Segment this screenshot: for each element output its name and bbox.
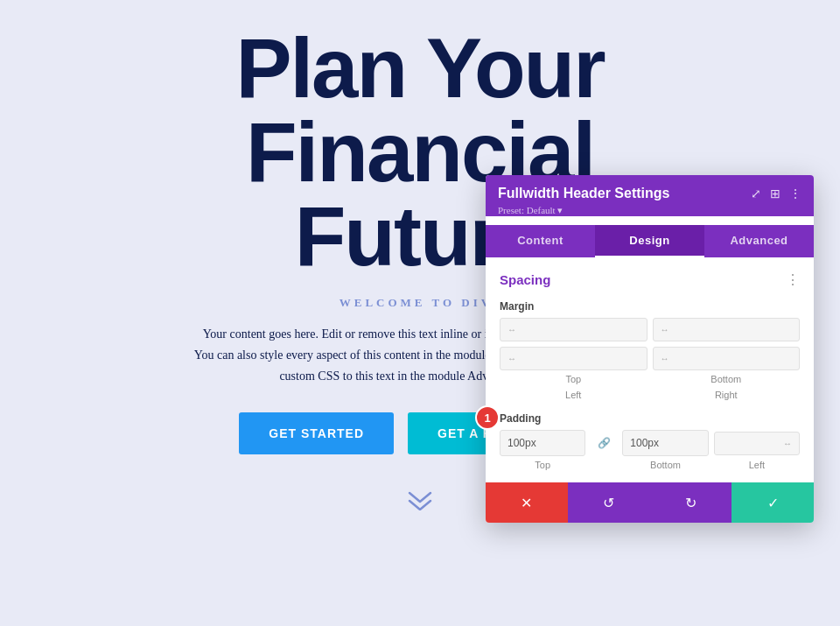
padding-bottom-label: Bottom [622,460,708,470]
margin-bottom-label: Bottom [653,374,801,384]
undo-button[interactable]: ↺ [568,482,650,523]
panel-header-icons: ⤢ ⊞ ⋮ [751,186,802,201]
margin-right-input[interactable]: ↔ [653,347,801,370]
cancel-button[interactable]: ✕ [486,482,568,523]
panel-tabs: Content Design Advanced [486,225,814,257]
panel-title: Fullwidth Header Settings [498,186,669,201]
panel-header: Fullwidth Header Settings ⤢ ⊞ ⋮ Preset: … [486,175,814,216]
margin-fields: ↔ ↔ ↔ ↔ [500,318,800,370]
get-started-button[interactable]: Get Started [239,412,394,454]
section-title: Spacing [500,272,550,287]
padding-left-input[interactable]: ↔ [714,432,800,455]
padding-top-input[interactable]: 100px [500,430,585,456]
padding-bottom-input[interactable]: 100px [622,430,708,456]
padding-field-labels: Top Bottom Left [500,460,800,470]
margin-left-label: Left [500,390,648,400]
margin-right-label: Right [653,390,801,400]
link-icon-margin-left: ↔ [508,354,516,363]
settings-panel: Fullwidth Header Settings ⤢ ⊞ ⋮ Preset: … [486,175,814,523]
padding-left-label: Left [714,460,800,470]
panel-footer: ✕ ↺ ↻ ✓ [486,482,814,523]
padding-label: Padding [500,412,800,425]
link-icon-margin-top: ↔ [508,325,516,334]
link-icon-margin-bottom: ↔ [661,325,669,334]
panel-title-row: Fullwidth Header Settings ⤢ ⊞ ⋮ [498,186,802,201]
panel-preset[interactable]: Preset: Default ▾ [498,205,802,216]
section-header: Spacing ⋮ [500,271,800,288]
tab-advanced[interactable]: Advanced [704,225,814,257]
hero-subtitle: Welcome to Divi [340,296,501,310]
panel-body: Spacing ⋮ Margin ↔ ↔ ↔ ↔ Top Bottom Left… [486,257,814,470]
redo-button[interactable]: ↻ [650,482,732,523]
more-icon[interactable]: ⋮ [789,186,802,201]
scroll-indicator[interactable] [407,489,433,516]
margin-left-input[interactable]: ↔ [500,347,648,370]
padding-fields: 100px 🔗 100px ↔ [500,430,800,456]
section-menu-icon[interactable]: ⋮ [786,271,800,288]
margin-bottom-input[interactable]: ↔ [653,318,801,341]
margin-top-input[interactable]: ↔ [500,318,648,341]
save-button[interactable]: ✓ [732,482,814,523]
expand-icon[interactable]: ⤢ [751,186,761,201]
link-icon-margin-right: ↔ [661,354,669,363]
margin-field-labels: Top Bottom Left Right [500,374,800,400]
grid-icon[interactable]: ⊞ [770,186,780,201]
margin-label: Margin [500,300,800,313]
padding-top-label: Top [500,460,585,470]
tab-design[interactable]: Design [595,225,704,257]
padding-link-icon[interactable]: 🔗 [591,437,617,450]
tab-content[interactable]: Content [486,225,595,257]
margin-top-label: Top [500,374,648,384]
badge-number: 1 [475,405,500,430]
